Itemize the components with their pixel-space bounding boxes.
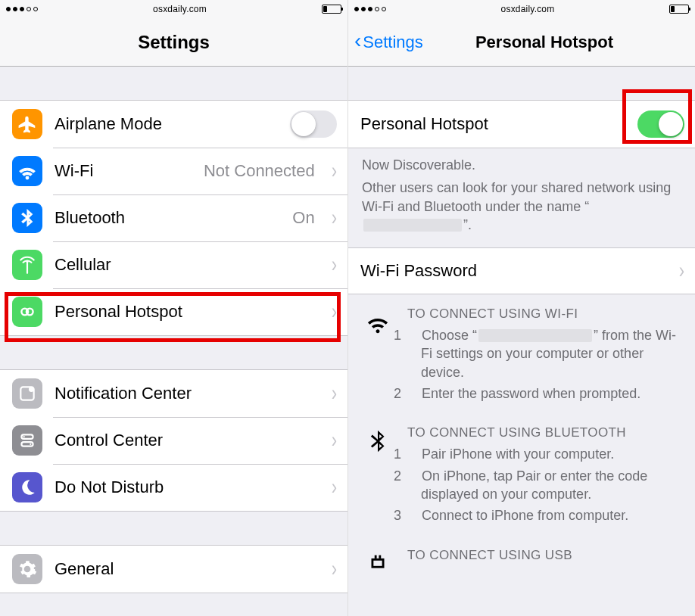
row-value: Not Connected xyxy=(204,161,315,181)
status-bar: osxdaily.com xyxy=(0,0,348,18)
svg-rect-11 xyxy=(379,555,381,558)
chevron-right-icon: › xyxy=(332,474,337,500)
instructions-title: TO CONNECT USING BLUETOOTH xyxy=(407,425,681,440)
row-notification-center[interactable]: Notification Center › xyxy=(0,370,348,417)
row-wifi-password[interactable]: Wi-Fi Password › xyxy=(348,248,695,294)
row-personal-hotspot[interactable]: Personal Hotspot › xyxy=(0,288,348,335)
battery-icon xyxy=(322,5,341,14)
row-label: Bluetooth xyxy=(55,208,280,228)
redacted-network-name xyxy=(363,219,462,232)
svg-rect-10 xyxy=(375,555,377,558)
hotspot-icon xyxy=(12,297,42,327)
group-wifi-password: Wi-Fi Password › xyxy=(348,247,695,294)
instructions-title: TO CONNECT USING USB xyxy=(407,548,681,563)
airplane-toggle[interactable] xyxy=(290,110,337,138)
row-cellular[interactable]: Cellular › xyxy=(0,241,348,288)
status-bar: osxdaily.com xyxy=(348,0,695,18)
status-url: osxdaily.com xyxy=(501,4,555,14)
screen-settings-list: osxdaily.com Settings Airplane Mode xyxy=(0,0,348,616)
battery-icon xyxy=(669,5,689,14)
moon-icon xyxy=(12,472,42,502)
back-button[interactable]: ‹ Settings xyxy=(354,32,423,53)
back-label: Settings xyxy=(363,33,423,52)
page-title: Personal Hotspot xyxy=(475,33,613,52)
settings-group-connectivity: Airplane Mode Wi-Fi Not Connected › xyxy=(0,100,348,336)
chevron-right-icon: › xyxy=(332,205,337,231)
chevron-right-icon: › xyxy=(332,381,337,406)
row-control-center[interactable]: Control Center › xyxy=(0,417,348,464)
cellular-icon xyxy=(12,250,42,280)
screen-personal-hotspot: osxdaily.com ‹ Settings Personal Hotspot… xyxy=(348,0,695,616)
svg-point-6 xyxy=(23,436,25,437)
instructions-step: 2 Enter the password when prompted. xyxy=(407,384,681,403)
row-label: Do Not Disturb xyxy=(55,478,315,497)
row-label: Personal Hotspot xyxy=(55,302,315,322)
discover-headline: Now Discoverable. xyxy=(362,157,475,173)
instructions-usb: TO CONNECT USING USB xyxy=(348,536,695,577)
chevron-right-icon: › xyxy=(332,428,337,453)
wifi-icon xyxy=(362,306,394,406)
bluetooth-icon xyxy=(362,425,394,527)
row-label: Cellular xyxy=(55,255,315,275)
row-hotspot-toggle[interactable]: Personal Hotspot xyxy=(348,101,695,148)
usb-icon xyxy=(362,548,394,577)
row-general[interactable]: General › xyxy=(0,546,348,593)
row-label: Notification Center xyxy=(55,384,315,403)
chevron-right-icon: › xyxy=(679,258,684,284)
nav-bar: Settings xyxy=(0,18,348,67)
nav-bar: ‹ Settings Personal Hotspot xyxy=(348,18,695,67)
chevron-right-icon: › xyxy=(332,158,337,184)
gear-icon xyxy=(12,554,42,584)
settings-group-general: General › xyxy=(0,545,348,593)
row-bluetooth[interactable]: Bluetooth On › xyxy=(0,194,348,241)
instructions-step: 1 Choose “” from the Wi-Fi settings on y… xyxy=(407,326,681,381)
instructions-step: 3 Connect to iPhone from computer. xyxy=(407,506,681,524)
row-label: Personal Hotspot xyxy=(360,114,625,134)
notification-center-icon xyxy=(12,378,42,409)
instructions-step: 1 Pair iPhone with your computer. xyxy=(407,445,681,463)
row-value: On xyxy=(292,208,314,228)
instructions-step: 2 On iPhone, tap Pair or enter the code … xyxy=(407,467,681,504)
row-label: Airplane Mode xyxy=(55,114,278,134)
row-wifi[interactable]: Wi-Fi Not Connected › xyxy=(0,148,348,194)
row-do-not-disturb[interactable]: Do Not Disturb › xyxy=(0,464,348,511)
chevron-right-icon: › xyxy=(332,556,337,582)
instructions-wifi: TO CONNECT USING WI-FI 1 Choose “” from … xyxy=(348,294,695,413)
svg-point-8 xyxy=(30,443,31,445)
instructions-bluetooth: TO CONNECT USING BLUETOOTH 1 Pair iPhone… xyxy=(348,413,695,535)
bluetooth-icon xyxy=(12,203,42,233)
redacted-network-name xyxy=(478,329,592,342)
wifi-icon xyxy=(12,156,42,186)
discover-desc-suffix: ”. xyxy=(463,217,472,232)
chevron-left-icon: ‹ xyxy=(354,30,361,51)
airplane-icon xyxy=(12,109,42,139)
discoverable-footer: Now Discoverable. Other users can look f… xyxy=(348,148,695,247)
row-label: General xyxy=(55,559,315,579)
row-label: Control Center xyxy=(55,431,315,450)
signal-strength-icon xyxy=(6,7,38,11)
row-label: Wi-Fi Password xyxy=(360,261,662,281)
svg-point-4 xyxy=(29,387,34,392)
discover-desc-prefix: Other users can look for your shared net… xyxy=(362,180,671,213)
chevron-right-icon: › xyxy=(332,252,337,278)
svg-point-0 xyxy=(26,260,28,263)
row-label: Wi-Fi xyxy=(55,161,192,181)
status-url: osxdaily.com xyxy=(153,4,207,14)
group-hotspot-toggle: Personal Hotspot xyxy=(348,100,695,148)
svg-rect-9 xyxy=(372,559,383,567)
chevron-right-icon: › xyxy=(332,299,337,325)
settings-group-system: Notification Center › Control Center › D… xyxy=(0,369,348,512)
signal-strength-icon xyxy=(354,7,386,11)
row-airplane-mode[interactable]: Airplane Mode xyxy=(0,101,348,148)
control-center-icon xyxy=(12,425,42,456)
page-title: Settings xyxy=(138,32,210,53)
hotspot-toggle[interactable] xyxy=(637,110,684,138)
instructions-title: TO CONNECT USING WI-FI xyxy=(407,306,681,322)
